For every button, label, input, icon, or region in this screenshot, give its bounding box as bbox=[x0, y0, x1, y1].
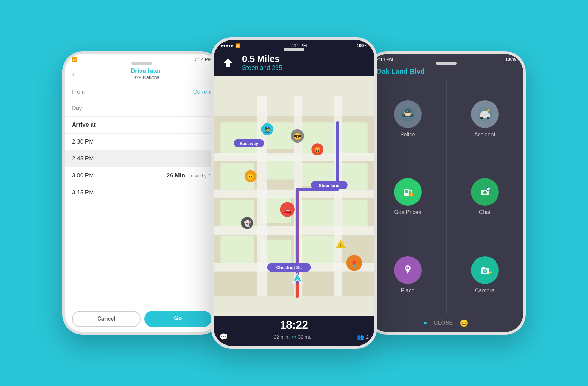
svg-text:!: ! bbox=[340, 243, 341, 247]
drive-later-title: Drive later 1828 National bbox=[80, 67, 212, 80]
svg-rect-11 bbox=[220, 236, 254, 263]
svg-point-79 bbox=[484, 270, 486, 272]
svg-rect-22 bbox=[214, 226, 374, 235]
map-time: 18:22 bbox=[219, 319, 369, 331]
svg-rect-20 bbox=[214, 153, 374, 161]
time-315: 3:15 PM bbox=[72, 189, 212, 196]
chat-icon-stat[interactable]: 💬 bbox=[219, 333, 228, 341]
report-gas-prices[interactable]: $ Gas Prices bbox=[369, 158, 446, 236]
svg-point-67 bbox=[483, 191, 487, 194]
svg-rect-2 bbox=[220, 122, 260, 156]
time-245: 2:45 PM bbox=[72, 155, 212, 162]
gas-icon-circle: $ bbox=[394, 178, 422, 206]
user-count: 👥 2 bbox=[357, 334, 369, 340]
battery-center: 100% bbox=[357, 43, 367, 48]
svg-rect-14 bbox=[341, 122, 367, 156]
time-row-245[interactable]: 2:45 PM bbox=[65, 150, 219, 167]
close-bar[interactable]: CLOSE 😊 bbox=[369, 314, 523, 332]
svg-text:★: ★ bbox=[486, 108, 491, 113]
status-bar-left: 📶 2:14 PM bbox=[65, 54, 219, 63]
drive-later-main-title: Drive later bbox=[80, 67, 212, 75]
svg-point-56 bbox=[487, 117, 489, 119]
mail-icon: ✉ bbox=[292, 334, 296, 340]
camera-icon-circle: ⚡ bbox=[471, 256, 499, 284]
police-label: Police bbox=[400, 131, 415, 138]
close-dot bbox=[424, 322, 427, 324]
day-row[interactable]: Day bbox=[65, 100, 219, 117]
reports-street: Oak Land Blvd bbox=[376, 67, 516, 75]
chat-icon-circle: 💬 bbox=[471, 178, 499, 206]
svg-point-75 bbox=[407, 267, 408, 269]
time-row-315[interactable]: 3:15 PM bbox=[65, 184, 219, 201]
svg-text:East way: East way bbox=[240, 141, 258, 146]
svg-text:😎: 😎 bbox=[293, 132, 302, 140]
time-230: 2:30 PM bbox=[72, 138, 212, 145]
drive-later-header: ‹ Drive later 1828 National bbox=[65, 63, 219, 84]
report-police[interactable]: Police bbox=[369, 80, 446, 158]
day-label: Day bbox=[72, 105, 82, 111]
camera-label: Camera bbox=[475, 287, 495, 294]
reports-header: Oak Land Blvd bbox=[369, 63, 523, 80]
drive-later-subtitle: 1828 National bbox=[80, 75, 212, 80]
svg-text:👮: 👮 bbox=[264, 126, 271, 134]
time-left: 2:14 PM bbox=[195, 57, 212, 62]
time-center: 2:14 PM bbox=[290, 43, 307, 48]
from-value: Current bbox=[193, 89, 212, 95]
phone-center: ●●●●● 📶 2:14 PM 100% 0.5 Miles Steenland… bbox=[211, 37, 377, 349]
signal-left: 📶 bbox=[72, 57, 77, 62]
phone-left: 📶 2:14 PM ‹ Drive later 1828 National Fr… bbox=[62, 51, 221, 335]
svg-text:Steenland: Steenland bbox=[319, 183, 340, 188]
svg-rect-62 bbox=[411, 190, 412, 193]
status-bar-right: 2:14 PM 100% bbox=[369, 54, 523, 63]
turn-arrow bbox=[219, 54, 237, 71]
back-button[interactable]: ‹ bbox=[72, 70, 74, 79]
report-accident[interactable]: ★ Accident bbox=[447, 80, 523, 158]
go-button[interactable]: Go bbox=[144, 311, 212, 327]
svg-rect-80 bbox=[482, 267, 485, 269]
users-icon: 👥 bbox=[357, 334, 364, 340]
drive-later-footer: Cancel Go bbox=[65, 306, 219, 332]
nav-distance: 0.5 Miles bbox=[242, 54, 369, 64]
time-row-300[interactable]: 3:00 PM 26 Min Leave by 2: bbox=[65, 167, 219, 184]
nav-street: Steenland 295 bbox=[242, 64, 369, 72]
report-camera[interactable]: ⚡ Camera bbox=[447, 236, 523, 314]
reports-grid: Police ★ Accident bbox=[369, 80, 523, 314]
svg-rect-10 bbox=[301, 200, 334, 226]
svg-rect-21 bbox=[214, 190, 374, 198]
svg-rect-16 bbox=[341, 200, 367, 226]
phones-container: 📶 2:14 PM ‹ Drive later 1828 National Fr… bbox=[52, 24, 536, 362]
map-bottom-bar: 18:22 💬 22 min. ✉ 32 mi. 👥 2 bbox=[214, 316, 374, 346]
phone-right: 2:14 PM 100% Oak Land Blvd bbox=[367, 51, 526, 335]
arrive-at-row: Arrive at bbox=[65, 117, 219, 134]
from-label: From bbox=[72, 89, 85, 95]
duration-300: 26 Min bbox=[167, 172, 185, 179]
map-area[interactable]: Chestnut St. East way Steenland 😎 👮 😐 🚗 … bbox=[214, 76, 374, 316]
svg-point-55 bbox=[480, 117, 483, 119]
time-right: 2:14 PM bbox=[376, 57, 393, 62]
time-row-230[interactable]: 2:30 PM bbox=[65, 134, 219, 150]
leave-by-300: Leave by 2: bbox=[189, 173, 212, 178]
battery-right: 100% bbox=[505, 57, 516, 62]
svg-text:Chestnut St.: Chestnut St. bbox=[276, 265, 302, 270]
chat-bubble-icon: 💬 bbox=[219, 333, 228, 341]
map-duration: 22 min. ✉ 32 mi. bbox=[274, 334, 311, 340]
from-row[interactable]: From Current bbox=[65, 84, 219, 100]
signal-center: ●●●●● 📶 bbox=[221, 43, 240, 48]
time-300: 3:00 PM bbox=[72, 172, 167, 179]
svg-text:😐: 😐 bbox=[247, 173, 254, 181]
nav-info: 0.5 Miles Steenland 295 bbox=[242, 54, 369, 72]
svg-text:💬: 💬 bbox=[487, 187, 490, 191]
status-bar-center: ●●●●● 📶 2:14 PM 100% bbox=[214, 40, 374, 49]
gas-prices-label: Gas Prices bbox=[394, 209, 421, 215]
arrive-at-label: Arrive at bbox=[72, 121, 96, 128]
cancel-button[interactable]: Cancel bbox=[72, 311, 141, 327]
close-button[interactable]: CLOSE bbox=[434, 320, 453, 326]
accident-icon-circle: ★ bbox=[471, 100, 499, 128]
report-chat[interactable]: 💬 Chat bbox=[447, 158, 523, 236]
svg-text:📍: 📍 bbox=[350, 260, 359, 268]
chat-label: Chat bbox=[479, 209, 491, 215]
accident-label: Accident bbox=[474, 131, 495, 138]
place-label: Place bbox=[401, 287, 414, 294]
report-place[interactable]: Place bbox=[369, 236, 446, 314]
svg-text:👻: 👻 bbox=[244, 220, 251, 227]
